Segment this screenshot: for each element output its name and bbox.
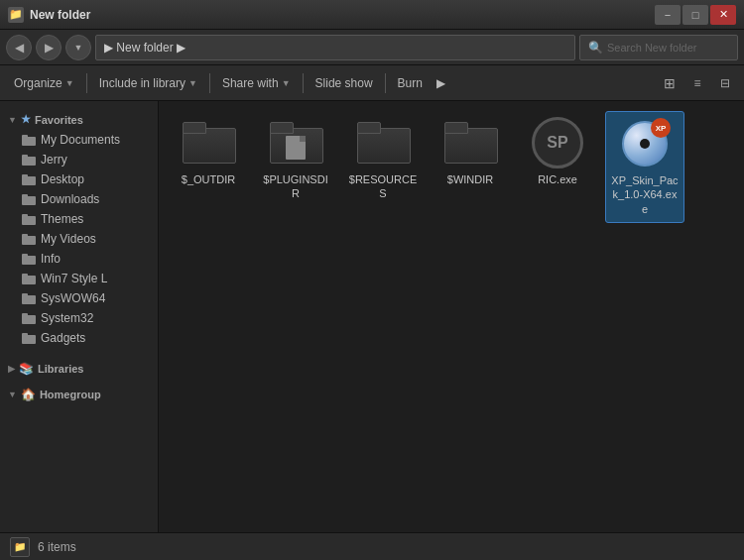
sidebar-item-my-videos[interactable]: My Videos [0, 229, 158, 249]
favorites-header[interactable]: ▼ ★ Favorites [0, 109, 158, 130]
file-item-resources[interactable]: $RESOURCES [343, 111, 423, 223]
sidebar-item-win7-style[interactable]: Win7 Style L [0, 269, 158, 288]
organize-button[interactable]: Organize ▼ [6, 69, 82, 97]
folder-icon-windir [444, 122, 496, 164]
folder-icon [22, 155, 36, 166]
favorites-chevron: ▼ [8, 115, 17, 125]
file-item-windir[interactable]: $WINDIR [431, 111, 510, 223]
window-controls: − □ ✕ [655, 5, 736, 25]
folder-icon [22, 214, 36, 225]
slideshow-button[interactable]: Slide show [308, 69, 381, 97]
sidebar-item-jerry[interactable]: Jerry [0, 150, 158, 169]
folder-icon [22, 234, 36, 245]
file-name-xpskin: XP_Skin_Pack_1.0-X64.exe [610, 173, 680, 216]
favorites-group: ▼ ★ Favorites My Documents Jerry Desktop… [0, 109, 158, 348]
file-icon-outdir [183, 117, 234, 168]
sp-icon: SP [532, 117, 583, 168]
address-bar: ◀ ▶ ▼ ▶ New folder ▶ 🔍 Search New folder [0, 30, 744, 65]
dropdown-button[interactable]: ▼ [65, 35, 91, 60]
include-library-button[interactable]: Include in library ▼ [91, 69, 205, 97]
sidebar-item-desktop[interactable]: Desktop [0, 169, 158, 189]
sidebar-item-themes[interactable]: Themes [0, 209, 158, 229]
search-box[interactable]: 🔍 Search New folder [579, 35, 738, 60]
list-view-icon: ≡ [693, 76, 700, 90]
folder-icon [22, 333, 36, 344]
libraries-chevron: ▶ [8, 364, 15, 374]
sidebar-item-system32[interactable]: System32 [0, 308, 158, 328]
libraries-group: ▶ 📚 Libraries [0, 358, 158, 380]
main-area: ▼ ★ Favorites My Documents Jerry Desktop… [0, 101, 744, 532]
sidebar: ▼ ★ Favorites My Documents Jerry Desktop… [0, 101, 159, 532]
folder-icon [22, 313, 36, 324]
libraries-header[interactable]: ▶ 📚 Libraries [0, 358, 158, 380]
toolbar-separator-1 [86, 73, 87, 93]
file-icon-windir [444, 117, 496, 168]
details-icon-button[interactable]: ⊟ [712, 70, 738, 96]
file-name-ricexe: RIC.exe [538, 172, 577, 186]
toolbar-right: ⊞ ≡ ⊟ [657, 70, 738, 96]
grid-view-icon: ⊞ [664, 75, 676, 91]
toolbar-separator-4 [385, 73, 386, 93]
status-bar: 📁 6 items [0, 532, 744, 560]
more-button[interactable]: ▶ [433, 69, 449, 97]
file-item-pluginsdir[interactable]: $PLUGINSDIR [256, 111, 335, 223]
sidebar-item-my-documents[interactable]: My Documents [0, 130, 158, 150]
file-icon-resources [357, 117, 409, 168]
folder-icon [22, 254, 36, 265]
libraries-icon: 📚 [19, 362, 34, 376]
toolbar: Organize ▼ Include in library ▼ Share wi… [0, 65, 744, 101]
burn-button[interactable]: Burn [390, 69, 431, 97]
file-icon-pluginsdir [270, 117, 321, 168]
folder-icon-outdir [183, 122, 234, 164]
list-icon-button[interactable]: ≡ [684, 70, 710, 96]
forward-button[interactable]: ▶ [36, 35, 62, 60]
file-item-xpskin[interactable]: XP XP_Skin_Pack_1.0-X64.exe [605, 111, 684, 223]
toolbar-separator-2 [209, 73, 210, 93]
window-title: New folder [30, 8, 655, 22]
homegroup-group: ▼ 🏠 Homegroup [0, 384, 158, 405]
sidebar-item-info[interactable]: Info [0, 249, 158, 269]
maximize-button[interactable]: □ [682, 5, 708, 25]
folder-icon-pluginsdir [270, 122, 321, 164]
homegroup-icon: 🏠 [21, 388, 36, 401]
share-with-button[interactable]: Share with ▼ [214, 69, 299, 97]
folder-icon [22, 194, 36, 205]
file-icon-xpskin: XP [619, 118, 671, 169]
title-bar: 📁 New folder − □ ✕ [0, 0, 744, 30]
details-view-icon: ⊟ [720, 76, 730, 90]
file-item-ricexe[interactable]: SP RIC.exe [518, 111, 597, 223]
file-name-pluginsdir: $PLUGINSDIR [260, 172, 331, 201]
file-name-resources: $RESOURCES [347, 172, 419, 201]
folder-icon [22, 274, 36, 284]
sidebar-item-gadgets[interactable]: Gadgets [0, 328, 158, 348]
doc-inside-icon [286, 136, 306, 160]
file-icon-ricexe: SP [532, 117, 583, 168]
folder-icon-resources [357, 122, 409, 164]
view-icon-button[interactable]: ⊞ [657, 70, 682, 96]
file-item-outdir[interactable]: $_OUTDIR [169, 111, 248, 223]
xp-icon: XP [619, 118, 671, 169]
folder-icon [22, 135, 36, 146]
folder-icon [22, 293, 36, 304]
minimize-button[interactable]: − [655, 5, 681, 25]
breadcrumb-path: ▶ New folder ▶ [104, 41, 186, 55]
toolbar-separator-3 [303, 73, 304, 93]
breadcrumb[interactable]: ▶ New folder ▶ [95, 35, 575, 60]
sidebar-item-downloads[interactable]: Downloads [0, 189, 158, 209]
file-name-outdir: $_OUTDIR [182, 172, 235, 186]
xp-badge-icon: XP [651, 118, 671, 138]
status-count: 6 items [38, 540, 76, 554]
search-label: Search New folder [607, 42, 697, 54]
close-button[interactable]: ✕ [710, 5, 736, 25]
file-name-windir: $WINDIR [447, 172, 493, 186]
homegroup-header[interactable]: ▼ 🏠 Homegroup [0, 384, 158, 405]
favorites-star-icon: ★ [21, 113, 31, 126]
window-icon: 📁 [8, 7, 24, 23]
status-folder-icon: 📁 [10, 537, 30, 557]
file-area[interactable]: $_OUTDIR $PLUGINSDIR $RESOURCES $WINDIR [159, 101, 744, 532]
sidebar-item-syswow64[interactable]: SysWOW64 [0, 288, 158, 308]
back-button[interactable]: ◀ [6, 35, 32, 60]
folder-icon [22, 174, 36, 185]
homegroup-chevron: ▼ [8, 390, 17, 399]
search-icon: 🔍 [588, 41, 603, 55]
